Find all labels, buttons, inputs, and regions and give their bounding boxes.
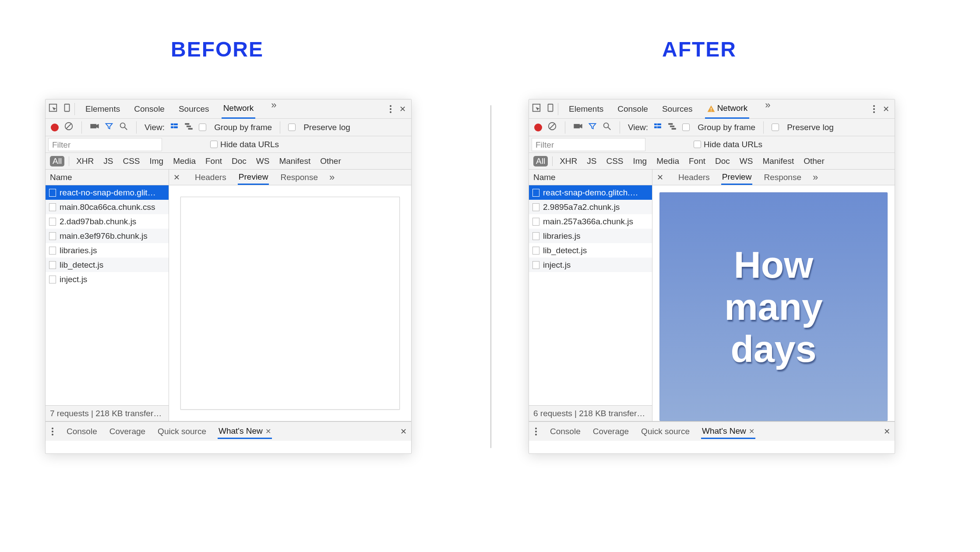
detail-tab-headers[interactable]: Headers	[194, 173, 227, 182]
close-detail-icon[interactable]	[173, 173, 183, 182]
kebab-menu-icon[interactable]	[388, 105, 393, 113]
tab-sources[interactable]: Sources	[177, 99, 211, 119]
tab-elements[interactable]: Elements	[84, 99, 122, 119]
group-by-frame-checkbox[interactable]	[199, 124, 206, 131]
pill-media[interactable]: Media	[170, 156, 198, 166]
filter-input[interactable]: Filter	[532, 138, 645, 151]
tab-network[interactable]: Network	[705, 99, 750, 119]
inspect-icon[interactable]	[48, 103, 58, 115]
request-row[interactable]: inject.js	[46, 272, 169, 287]
detail-tab-headers[interactable]: Headers	[677, 173, 711, 182]
tab-console[interactable]: Console	[616, 99, 650, 119]
detail-tabs-overflow-icon[interactable]	[813, 172, 818, 183]
filter-icon[interactable]	[588, 122, 597, 133]
pill-js[interactable]: JS	[101, 156, 116, 166]
name-column-header[interactable]: Name	[529, 170, 652, 185]
pill-all[interactable]: All	[50, 156, 64, 166]
drawer-tab-console[interactable]: Console	[549, 427, 582, 436]
pill-css[interactable]: CSS	[603, 156, 626, 166]
pill-doc[interactable]: Doc	[229, 156, 249, 166]
request-row[interactable]: main.e3ef976b.chunk.js	[46, 229, 169, 243]
view-waterfall-icon[interactable]	[184, 121, 194, 133]
drawer-kebab-icon[interactable]	[50, 428, 55, 435]
pill-manifest[interactable]: Manifest	[760, 156, 797, 166]
device-icon[interactable]	[62, 103, 72, 115]
drawer-tab-quicksource[interactable]: Quick source	[640, 427, 691, 436]
detail-tab-preview[interactable]: Preview	[721, 172, 753, 185]
group-by-frame-checkbox[interactable]	[682, 124, 690, 131]
request-row[interactable]: main.257a366a.chunk.js	[529, 214, 652, 229]
close-devtools-icon[interactable]	[883, 104, 889, 114]
tab-sources[interactable]: Sources	[660, 99, 694, 119]
request-row[interactable]: main.80ca66ca.chunk.css	[46, 200, 169, 214]
pill-css[interactable]: CSS	[120, 156, 142, 166]
camera-icon[interactable]	[573, 121, 583, 133]
kebab-menu-icon[interactable]	[871, 105, 877, 113]
tab-network[interactable]: Network	[222, 99, 256, 119]
pill-font[interactable]: Font	[203, 156, 225, 166]
inspect-icon[interactable]	[532, 103, 541, 115]
hide-data-urls-checkbox[interactable]	[210, 141, 218, 148]
tabs-overflow-icon[interactable]	[271, 99, 276, 119]
close-detail-icon[interactable]	[657, 173, 667, 182]
pill-media[interactable]: Media	[654, 156, 682, 166]
tab-elements[interactable]: Elements	[567, 99, 605, 119]
detail-tab-response[interactable]: Response	[763, 173, 802, 182]
close-drawer-icon[interactable]	[400, 427, 407, 436]
close-devtools-icon[interactable]	[399, 104, 406, 114]
pill-doc[interactable]: Doc	[712, 156, 733, 166]
request-row[interactable]: react-no-snap-demo.glit…	[46, 185, 169, 200]
drawer-tab-quicksource[interactable]: Quick source	[157, 427, 207, 436]
search-icon[interactable]	[119, 121, 128, 133]
close-tab-icon[interactable]: ✕	[749, 428, 754, 435]
close-tab-icon[interactable]: ✕	[265, 428, 271, 435]
pill-js[interactable]: JS	[584, 156, 599, 166]
search-icon[interactable]	[602, 121, 612, 133]
drawer-kebab-icon[interactable]	[533, 428, 539, 435]
request-row[interactable]: react-snap-demo.glitch.…	[529, 185, 652, 200]
name-column-header[interactable]: Name	[46, 170, 169, 185]
request-row[interactable]: libraries.js	[529, 229, 652, 243]
record-icon[interactable]	[51, 124, 59, 131]
drawer-tab-coverage[interactable]: Coverage	[592, 427, 630, 436]
tabs-overflow-icon[interactable]	[765, 99, 770, 119]
drawer-tab-whatsnew[interactable]: What's New✕	[218, 426, 272, 439]
device-icon[interactable]	[546, 103, 555, 115]
clear-icon[interactable]	[64, 121, 74, 133]
drawer-tab-coverage[interactable]: Coverage	[109, 427, 146, 436]
pill-ws[interactable]: WS	[737, 156, 756, 166]
pill-img[interactable]: Img	[631, 156, 650, 166]
pill-xhr[interactable]: XHR	[74, 156, 96, 166]
detail-tabs-overflow-icon[interactable]	[329, 172, 335, 183]
view-large-icon[interactable]	[170, 122, 179, 133]
pill-ws[interactable]: WS	[254, 156, 272, 166]
pill-other[interactable]: Other	[317, 156, 344, 166]
filter-icon[interactable]	[105, 122, 113, 133]
record-icon[interactable]	[534, 124, 542, 131]
request-row[interactable]: 2.9895a7a2.chunk.js	[529, 200, 652, 214]
preserve-log-checkbox[interactable]	[772, 124, 779, 131]
pill-img[interactable]: Img	[147, 156, 166, 166]
request-row[interactable]: lib_detect.js	[46, 258, 169, 272]
pill-all[interactable]: All	[533, 156, 548, 166]
detail-tab-preview[interactable]: Preview	[238, 172, 269, 185]
pill-manifest[interactable]: Manifest	[276, 156, 313, 166]
camera-icon[interactable]	[90, 121, 99, 133]
drawer-tab-whatsnew[interactable]: What's New✕	[701, 426, 755, 439]
request-row[interactable]: 2.dad97bab.chunk.js	[46, 214, 169, 229]
request-row[interactable]: inject.js	[529, 258, 652, 272]
hide-data-urls-checkbox[interactable]	[694, 141, 701, 148]
filter-input[interactable]: Filter	[48, 138, 162, 151]
view-waterfall-icon[interactable]	[667, 121, 677, 133]
request-row[interactable]: libraries.js	[46, 243, 169, 258]
close-drawer-icon[interactable]	[884, 427, 890, 436]
clear-icon[interactable]	[547, 121, 557, 133]
pill-other[interactable]: Other	[801, 156, 827, 166]
drawer-tab-console[interactable]: Console	[66, 427, 98, 436]
preserve-log-checkbox[interactable]	[288, 124, 296, 131]
request-row[interactable]: lib_detect.js	[529, 243, 652, 258]
pill-xhr[interactable]: XHR	[557, 156, 580, 166]
view-large-icon[interactable]	[653, 122, 662, 133]
detail-tab-response[interactable]: Response	[279, 173, 319, 182]
tab-console[interactable]: Console	[132, 99, 166, 119]
